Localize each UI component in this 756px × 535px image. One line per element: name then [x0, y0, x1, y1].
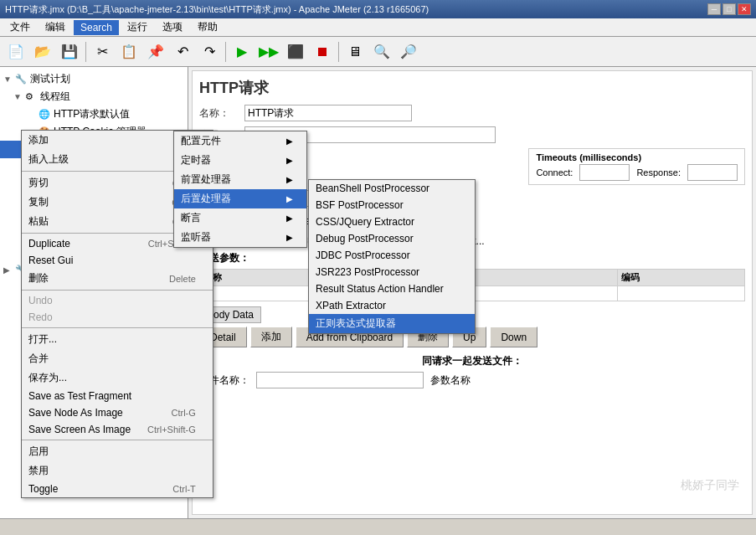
pp-bsf-label: BSF PostProcessor — [316, 199, 404, 211]
pp-beanshell[interactable]: BeanShell PostProcessor — [309, 180, 475, 197]
ctx-merge-label: 合并 — [28, 352, 49, 366]
ctx-insert-parent-label: 插入上级 — [28, 152, 69, 167]
submenu-postprocessor-arrow: ▶ — [286, 194, 293, 203]
ctx-save-screen-image[interactable]: Save Screen As Image Ctrl+Shift-G — [22, 421, 213, 438]
ctx-save-as[interactable]: 保存为... — [22, 368, 213, 388]
submenu-config[interactable]: 配置元件 ▶ — [174, 131, 306, 151]
pp-css-jquery[interactable]: CSS/JQuery Extractor — [309, 213, 475, 230]
ctx-save-test-fragment-label: Save as Test Fragment — [28, 390, 131, 402]
pp-debug-label: Debug PostProcessor — [316, 233, 414, 244]
submenu-timer[interactable]: 定时器 ▶ — [174, 151, 306, 170]
ctx-open-label: 打开... — [28, 332, 57, 347]
ctx-save-node-image-label: Save Node As Image — [28, 407, 123, 419]
submenu-listener[interactable]: 监听器 ▶ — [174, 228, 306, 247]
ctx-enable-label: 启用 — [28, 445, 49, 459]
pp-regex-label: 正则表达式提取器 — [316, 316, 396, 331]
context-menu: 添加 ▶ 插入上级 ▶ 剪切 Ctrl-X 复制 Ctrl-C 粘贴 Ctrl-… — [21, 130, 213, 498]
pp-debug[interactable]: Debug PostProcessor — [309, 230, 475, 247]
pp-regex[interactable]: 正则表达式提取器 — [309, 314, 475, 333]
submenu-preprocessor-label: 前置处理器 — [181, 172, 231, 187]
ctx-redo: Redo — [22, 309, 213, 326]
ctx-delete-shortcut: Delete — [169, 274, 196, 284]
ctx-toggle-shortcut: Ctrl-T — [172, 484, 196, 494]
submenu-assertion[interactable]: 断言 ▶ — [174, 208, 306, 228]
submenu-postprocessor-label: 后置处理器 — [181, 192, 231, 206]
context-menu-overlay[interactable]: 添加 ▶ 插入上级 ▶ 剪切 Ctrl-X 复制 Ctrl-C 粘贴 Ctrl-… — [0, 0, 756, 535]
pp-bsf[interactable]: BSF PostProcessor — [309, 197, 475, 213]
submenu-listener-label: 监听器 — [181, 230, 211, 244]
submenu-postprocessor[interactable]: 后置处理器 ▶ — [174, 189, 306, 208]
submenu-timer-label: 定时器 — [181, 153, 211, 167]
pp-jsr223-label: JSR223 PostProcessor — [316, 266, 419, 278]
ctx-open[interactable]: 打开... — [22, 330, 213, 349]
submenu-config-label: 配置元件 — [181, 134, 221, 148]
ctx-delete[interactable]: 删除 Delete — [22, 269, 213, 288]
ctx-disable[interactable]: 禁用 — [22, 461, 213, 481]
submenu-config-arrow: ▶ — [286, 136, 293, 146]
ctx-undo: Undo — [22, 292, 213, 309]
submenu-assertion-label: 断言 — [181, 211, 201, 225]
ctx-add-label: 添加 — [28, 133, 49, 147]
pp-jdbc-label: JDBC PostProcessor — [316, 249, 410, 261]
ctx-toggle-label: Toggle — [28, 483, 58, 495]
ctx-enable[interactable]: 启用 — [22, 442, 213, 461]
pp-result-status[interactable]: Result Status Action Handler — [309, 280, 475, 297]
pp-result-status-label: Result Status Action Handler — [316, 283, 444, 295]
pp-beanshell-label: BeanShell PostProcessor — [316, 183, 429, 194]
ctx-copy-label: 复制 — [28, 195, 49, 209]
submenu-add: 配置元件 ▶ 定时器 ▶ 前置处理器 ▶ 后置处理器 ▶ 断言 ▶ 监听器 ▶ — [173, 131, 307, 248]
ctx-save-node-image-shortcut: Ctrl-G — [172, 408, 196, 418]
ctx-redo-label: Redo — [28, 311, 53, 323]
pp-xpath[interactable]: XPath Extractor — [309, 297, 475, 314]
pp-jsr223[interactable]: JSR223 PostProcessor — [309, 264, 475, 280]
pp-jdbc[interactable]: JDBC PostProcessor — [309, 247, 475, 264]
submenu-listener-arrow: ▶ — [286, 233, 293, 242]
submenu-timer-arrow: ▶ — [286, 156, 293, 165]
ctx-merge[interactable]: 合并 — [22, 349, 213, 368]
ctx-save-as-label: 保存为... — [28, 371, 67, 385]
ctx-sep3 — [22, 290, 213, 291]
pp-xpath-label: XPath Extractor — [316, 300, 386, 311]
ctx-reset-gui[interactable]: Reset Gui — [22, 252, 213, 269]
ctx-delete-label: 删除 — [28, 271, 49, 286]
ctx-disable-label: 禁用 — [28, 464, 49, 478]
pp-css-jquery-label: CSS/JQuery Extractor — [316, 216, 414, 228]
ctx-save-node-image[interactable]: Save Node As Image Ctrl-G — [22, 404, 213, 421]
ctx-reset-gui-label: Reset Gui — [28, 255, 73, 266]
ctx-duplicate-label: Duplicate — [28, 238, 70, 249]
submenu-preprocessor-arrow: ▶ — [286, 175, 293, 184]
ctx-paste-label: 粘贴 — [28, 214, 49, 229]
submenu-assertion-arrow: ▶ — [286, 213, 293, 223]
ctx-save-screen-image-shortcut: Ctrl+Shift-G — [147, 424, 196, 435]
ctx-sep5 — [22, 440, 213, 440]
ctx-save-screen-image-label: Save Screen As Image — [28, 424, 131, 435]
ctx-sep4 — [22, 327, 213, 328]
submenu-postprocessor-items: BeanShell PostProcessor BSF PostProcesso… — [308, 179, 476, 334]
ctx-toggle[interactable]: Toggle Ctrl-T — [22, 481, 213, 497]
ctx-cut-label: 剪切 — [28, 176, 49, 190]
ctx-undo-label: Undo — [28, 295, 53, 306]
ctx-save-test-fragment[interactable]: Save as Test Fragment — [22, 388, 213, 404]
submenu-preprocessor[interactable]: 前置处理器 ▶ — [174, 170, 306, 189]
